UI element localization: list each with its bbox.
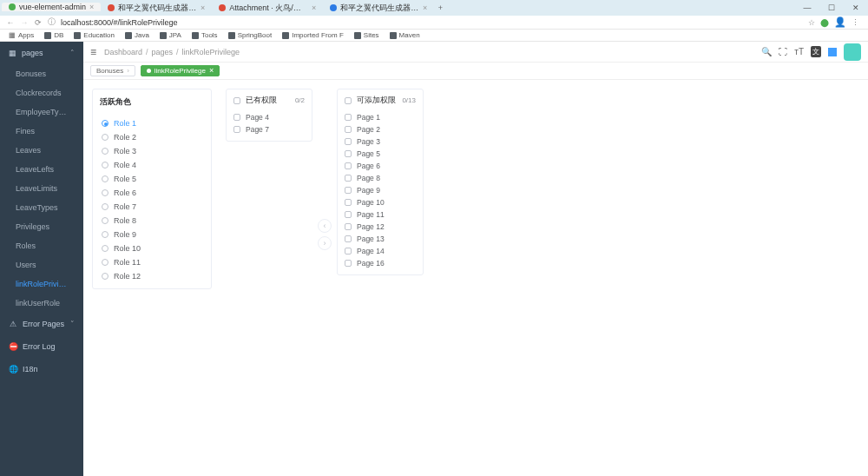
transfer-right-button[interactable]: › [318,236,332,250]
star-icon[interactable]: ☆ [808,18,815,27]
bookmark-item[interactable]: Education [70,31,118,39]
sidebar-item-roles[interactable]: Roles [0,236,83,255]
sidebar-item-fines[interactable]: Fines [0,122,83,141]
role-item[interactable]: Role 3 [96,144,207,158]
bookmark-item[interactable]: JPA [156,31,185,39]
fullscreen-icon[interactable]: ⛶ [779,47,787,56]
minimize-button[interactable]: — [795,3,819,12]
available-item[interactable]: Page 13 [345,233,416,245]
transfer-left-button[interactable]: ‹ [318,219,332,233]
browser-tab[interactable]: 和平之翼代码生成器SME× [101,3,212,14]
available-item[interactable]: Page 6 [345,160,416,172]
available-item[interactable]: Page 9 [345,184,416,196]
sidebar-item-leavelefts[interactable]: LeaveLefts [0,160,83,179]
nav-refresh-button[interactable]: ⟳ [31,18,45,27]
available-item[interactable]: Page 3 [345,136,416,148]
bookmark-item[interactable]: Sites [351,31,383,39]
browser-tab[interactable]: vue-element-admin× [2,3,101,11]
textsize-icon[interactable]: тT [794,47,804,56]
role-item[interactable]: Role 12 [96,269,207,283]
available-item[interactable]: Page 8 [345,172,416,184]
role-item[interactable]: Role 2 [96,130,207,144]
nav-back-button[interactable]: ← [3,18,17,27]
new-tab-button[interactable]: + [434,3,446,12]
sidebar-group-error-pages[interactable]: ⚠Error Pages˅ [0,313,83,335]
available-item[interactable]: Page 11 [345,208,416,221]
tab-close-icon[interactable]: × [89,3,94,11]
sidebar-item-leavelimits[interactable]: LeaveLimits [0,179,83,198]
role-item[interactable]: Role 4 [96,158,207,172]
folder-icon [228,32,235,39]
assigned-item[interactable]: Page 7 [233,123,305,136]
hamburger-icon[interactable]: ≡ [90,46,104,58]
site-info-icon[interactable]: ⓘ [45,17,57,28]
sidebar-item-linkuserrole[interactable]: linkUserRole [0,294,83,313]
sidebar-item-bonuses[interactable]: Bonuses [0,64,83,83]
browser-tab[interactable]: 和平之翼代码生成器SME× [323,3,434,14]
role-item[interactable]: Role 7 [96,200,207,214]
sidebar-item-leavetypes[interactable]: LeaveTypes [0,198,83,217]
assigned-title: 已有权限 [246,95,277,106]
tab-close-icon[interactable]: × [312,3,316,12]
folder-icon [390,32,397,39]
radio-icon [102,175,108,182]
bookmark-item[interactable]: DB [41,31,67,39]
crumb-dashboard[interactable]: Dashboard [104,48,142,56]
crumb-current: linkRolePrivilege [182,48,240,56]
sidebar-group-i18n[interactable]: 🌐I18n [0,358,83,380]
browser-tab[interactable]: Attachment · 火鸟/和平之…× [212,3,323,14]
tab-title: 和平之翼代码生成器SME [340,3,419,14]
search-icon[interactable]: 🔍 [761,47,772,56]
radio-icon [102,162,108,169]
sidebar-item-clockrecords[interactable]: Clockrecords [0,83,83,102]
close-window-button[interactable]: ✕ [844,3,868,12]
available-checkall[interactable] [345,97,352,104]
role-label: Role 9 [114,230,136,239]
url-field[interactable]: localhost:8000/#/linkRolePrivilege [57,18,803,27]
assigned-item[interactable]: Page 4 [233,111,305,123]
bookmark-item[interactable]: Imported From F [279,31,347,39]
available-item[interactable]: Page 10 [345,196,416,208]
tab-close-icon[interactable]: × [423,3,427,12]
sidebar-item-users[interactable]: Users [0,255,83,274]
role-item[interactable]: Role 10 [96,241,207,255]
ext-icon[interactable]: ⬤ [820,18,829,27]
assigned-checkall[interactable] [233,97,240,104]
tag-bonuses[interactable]: Bonuses › [90,65,135,76]
tag-close-icon[interactable]: × [209,67,214,75]
profile-icon[interactable]: 👤 [834,17,846,28]
role-item[interactable]: Role 1 [96,116,207,130]
bookmark-item[interactable]: SpringBoot [225,31,276,39]
nav-forward-button[interactable]: → [17,18,31,27]
role-item[interactable]: Role 9 [96,228,207,241]
role-item[interactable]: Role 8 [96,214,207,228]
bookmark-item[interactable]: Tools [188,31,221,39]
available-item[interactable]: Page 5 [345,148,416,160]
avatar[interactable] [844,43,861,61]
maximize-button[interactable]: ☐ [819,3,844,12]
sidebar-group-error-log[interactable]: ⛔Error Log [0,335,83,358]
tab-close-icon[interactable]: × [201,3,205,12]
bookmark-item[interactable]: Java [122,31,153,39]
theme-icon[interactable] [828,48,837,56]
sidebar-item-privileges[interactable]: Privileges [0,217,83,236]
available-item[interactable]: Page 16 [345,257,416,269]
sidebar-item-employeetypes[interactable]: EmployeeTypes [0,102,83,122]
crumb-pages[interactable]: pages [152,48,174,56]
bookmark-item[interactable]: Maven [386,31,424,39]
available-item[interactable]: Page 14 [345,245,416,257]
tab-title: 和平之翼代码生成器SME [118,3,197,14]
available-item[interactable]: Page 12 [345,221,416,233]
role-item[interactable]: Role 5 [96,172,207,186]
tag-linkroleprivilege[interactable]: linkRolePrivilege × [141,65,220,76]
role-item[interactable]: Role 6 [96,186,207,200]
apps-button[interactable]: ▦ Apps [5,31,37,39]
lang-icon[interactable]: 文 [811,46,821,57]
collapse-icon[interactable]: ˄ [70,49,75,57]
available-item[interactable]: Page 2 [345,123,416,136]
sidebar-item-leaves[interactable]: Leaves [0,141,83,160]
browser-menu-icon[interactable]: ⋮ [852,18,859,27]
sidebar-item-linkroleprivilege[interactable]: linkRolePrivilege [0,274,83,294]
available-item[interactable]: Page 1 [345,111,416,123]
role-item[interactable]: Role 11 [96,255,207,269]
